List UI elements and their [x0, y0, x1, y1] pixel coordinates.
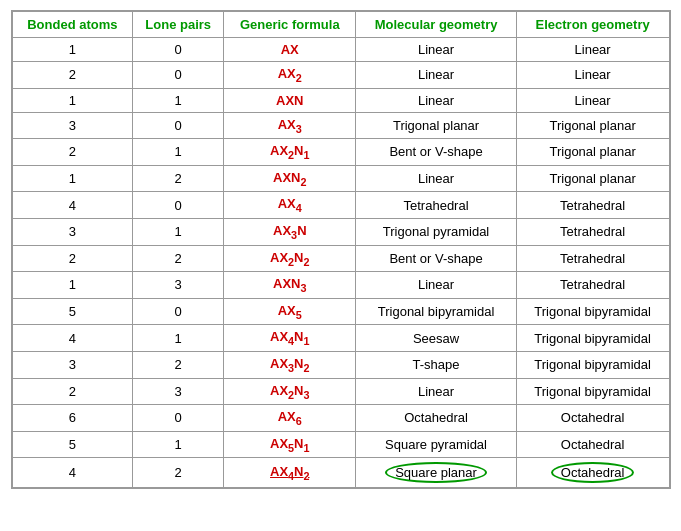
cell-formula-9: AXN3	[224, 272, 356, 299]
cell-electron-4: Trigonal planar	[516, 139, 669, 166]
cell-formula-7: AX3N	[224, 218, 356, 245]
cell-molecular-11: Seesaw	[356, 325, 516, 352]
cell-bonded-14: 6	[12, 405, 133, 432]
cell-formula-8: AX2N2	[224, 245, 356, 272]
cell-formula-13: AX2N3	[224, 378, 356, 405]
cell-lone-13: 3	[133, 378, 224, 405]
cell-formula-2: AXN	[224, 88, 356, 112]
header-bonded-atoms: Bonded atoms	[12, 12, 133, 38]
cell-lone-1: 0	[133, 62, 224, 89]
cell-electron-13: Trigonal bipyramidal	[516, 378, 669, 405]
cell-electron-1: Linear	[516, 62, 669, 89]
cell-electron-0: Linear	[516, 38, 669, 62]
header-lone-pairs: Lone pairs	[133, 12, 224, 38]
cell-lone-12: 2	[133, 351, 224, 378]
cell-molecular-14: Octahedral	[356, 405, 516, 432]
cell-bonded-6: 4	[12, 192, 133, 219]
cell-molecular-0: Linear	[356, 38, 516, 62]
cell-formula-4: AX2N1	[224, 139, 356, 166]
cell-bonded-0: 1	[12, 38, 133, 62]
cell-lone-0: 0	[133, 38, 224, 62]
cell-formula-5: AXN2	[224, 165, 356, 192]
cell-electron-10: Trigonal bipyramidal	[516, 298, 669, 325]
cell-bonded-7: 3	[12, 218, 133, 245]
cell-molecular-6: Tetrahedral	[356, 192, 516, 219]
cell-molecular-3: Trigonal planar	[356, 112, 516, 139]
cell-bonded-4: 2	[12, 139, 133, 166]
cell-lone-10: 0	[133, 298, 224, 325]
cell-lone-16: 2	[133, 458, 224, 488]
cell-molecular-2: Linear	[356, 88, 516, 112]
cell-lone-7: 1	[133, 218, 224, 245]
cell-molecular-16: Square planar	[356, 458, 516, 488]
cell-formula-14: AX6	[224, 405, 356, 432]
cell-electron-5: Trigonal planar	[516, 165, 669, 192]
cell-bonded-2: 1	[12, 88, 133, 112]
cell-molecular-10: Trigonal bipyramidal	[356, 298, 516, 325]
cell-lone-15: 1	[133, 431, 224, 458]
cell-formula-3: AX3	[224, 112, 356, 139]
cell-lone-2: 1	[133, 88, 224, 112]
cell-formula-15: AX5N1	[224, 431, 356, 458]
cell-bonded-3: 3	[12, 112, 133, 139]
cell-bonded-5: 1	[12, 165, 133, 192]
cell-molecular-13: Linear	[356, 378, 516, 405]
cell-electron-9: Tetrahedral	[516, 272, 669, 299]
cell-molecular-4: Bent or V-shape	[356, 139, 516, 166]
cell-molecular-12: T-shape	[356, 351, 516, 378]
header-electron-geometry: Electron geometry	[516, 12, 669, 38]
header-generic-formula: Generic formula	[224, 12, 356, 38]
cell-bonded-11: 4	[12, 325, 133, 352]
cell-lone-4: 1	[133, 139, 224, 166]
cell-lone-3: 0	[133, 112, 224, 139]
cell-bonded-10: 5	[12, 298, 133, 325]
cell-bonded-12: 3	[12, 351, 133, 378]
cell-formula-10: AX5	[224, 298, 356, 325]
cell-electron-3: Trigonal planar	[516, 112, 669, 139]
cell-formula-1: AX2	[224, 62, 356, 89]
cell-molecular-7: Trigonal pyramidal	[356, 218, 516, 245]
cell-electron-15: Octahedral	[516, 431, 669, 458]
cell-bonded-9: 1	[12, 272, 133, 299]
cell-molecular-8: Bent or V-shape	[356, 245, 516, 272]
cell-lone-5: 2	[133, 165, 224, 192]
cell-molecular-5: Linear	[356, 165, 516, 192]
cell-electron-6: Tetrahedral	[516, 192, 669, 219]
cell-molecular-15: Square pyramidal	[356, 431, 516, 458]
cell-bonded-15: 5	[12, 431, 133, 458]
cell-bonded-8: 2	[12, 245, 133, 272]
cell-lone-11: 1	[133, 325, 224, 352]
cell-formula-0: AX	[224, 38, 356, 62]
header-molecular-geometry: Molecular geometry	[356, 12, 516, 38]
cell-electron-7: Tetrahedral	[516, 218, 669, 245]
cell-formula-6: AX4	[224, 192, 356, 219]
cell-electron-12: Trigonal bipyramidal	[516, 351, 669, 378]
cell-lone-8: 2	[133, 245, 224, 272]
cell-formula-16: AX4N2	[224, 458, 356, 488]
cell-lone-14: 0	[133, 405, 224, 432]
vsepr-table: Bonded atoms Lone pairs Generic formula …	[11, 10, 671, 489]
cell-bonded-13: 2	[12, 378, 133, 405]
cell-electron-14: Octahedral	[516, 405, 669, 432]
cell-electron-8: Tetrahedral	[516, 245, 669, 272]
cell-electron-11: Trigonal bipyramidal	[516, 325, 669, 352]
cell-bonded-16: 4	[12, 458, 133, 488]
cell-formula-11: AX4N1	[224, 325, 356, 352]
cell-electron-2: Linear	[516, 88, 669, 112]
cell-electron-16: Octahedral	[516, 458, 669, 488]
cell-lone-9: 3	[133, 272, 224, 299]
cell-formula-12: AX3N2	[224, 351, 356, 378]
cell-bonded-1: 2	[12, 62, 133, 89]
cell-molecular-1: Linear	[356, 62, 516, 89]
cell-molecular-9: Linear	[356, 272, 516, 299]
cell-lone-6: 0	[133, 192, 224, 219]
